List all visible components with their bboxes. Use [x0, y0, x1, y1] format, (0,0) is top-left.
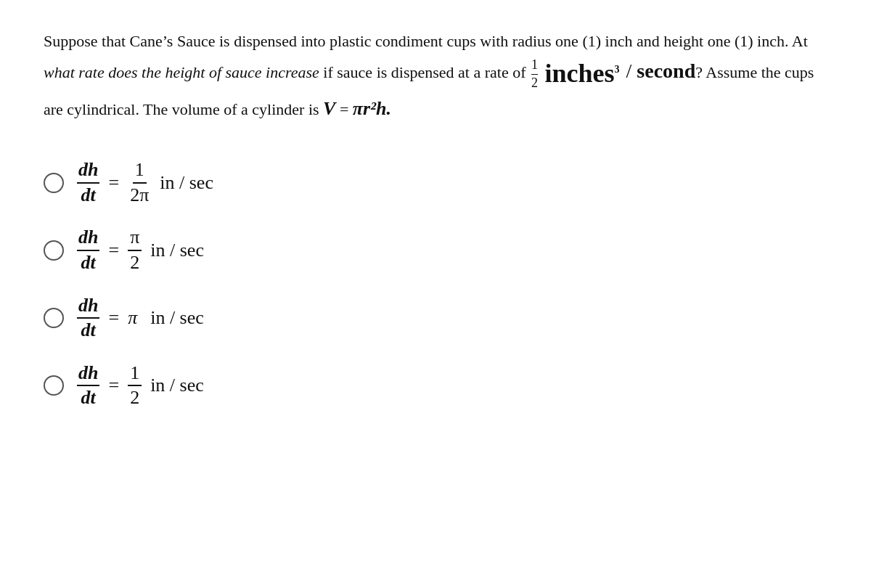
option-d-row: dh dt = 1 2 in / sec	[44, 356, 827, 416]
option-b-expr: dh dt = π 2 in / sec	[77, 227, 204, 273]
option-a-expr: dh dt = 1 2π in / sec	[77, 160, 213, 205]
problem-statement: Suppose that Cane’s Sauce is dispensed i…	[44, 29, 827, 123]
rate-numerator: 1	[531, 57, 538, 75]
option-c-lhs: dh dt	[77, 295, 99, 341]
option-c-row: dh dt = π in / sec	[44, 288, 827, 348]
second-text: second	[637, 60, 695, 82]
option-c-expr: dh dt = π in / sec	[77, 295, 204, 341]
volume-V: V	[323, 98, 335, 119]
option-b-row: dh dt = π 2 in / sec	[44, 220, 827, 280]
option-b-equals: =	[108, 240, 119, 261]
option-a-lhs-top: dh	[77, 160, 99, 184]
option-b-lhs-top: dh	[77, 227, 99, 251]
option-d-lhs-bot: dt	[80, 386, 97, 409]
volume-formula: πr²h.	[353, 98, 391, 119]
option-d-insec: in / sec	[150, 375, 204, 396]
option-c-radio[interactable]	[44, 308, 64, 328]
option-d-rhs: 1 2	[128, 363, 142, 409]
intro-text: Suppose that Cane’s Sauce is dispensed i…	[44, 32, 808, 50]
option-b-radio[interactable]	[44, 240, 64, 261]
option-c-rhs-pi: π	[128, 307, 137, 329]
option-d-equals: =	[108, 375, 119, 396]
rate-denominator: 2	[531, 75, 538, 91]
page: Suppose that Cane’s Sauce is dispensed i…	[0, 0, 871, 445]
option-a-row: dh dt = 1 2π in / sec	[44, 152, 827, 213]
option-a-radio[interactable]	[44, 173, 64, 193]
option-c-lhs-bot: dt	[80, 319, 97, 341]
volume-equals: =	[335, 100, 352, 118]
after-italic-text: if sauce is dispensed at a rate of	[319, 63, 526, 81]
answer-options: dh dt = 1 2π in / sec dh dt =	[44, 152, 827, 416]
option-c-equals: =	[108, 307, 119, 329]
option-d-lhs: dh dt	[77, 363, 99, 409]
option-d-rhs-bot: 2	[128, 386, 142, 409]
option-b-rhs-top: π	[128, 227, 142, 251]
option-d-lhs-top: dh	[77, 363, 99, 387]
option-a-rhs-top: 1	[133, 160, 147, 184]
option-a-equals: =	[108, 172, 119, 194]
option-a-insec: in / sec	[160, 172, 213, 194]
cubic-exponent: 3	[615, 64, 620, 75]
option-a-rhs: 1 2π	[128, 160, 151, 205]
option-c-lhs-top: dh	[77, 295, 99, 319]
option-d-radio[interactable]	[44, 375, 64, 396]
italic-question: what rate does the height of sauce incre…	[44, 63, 319, 81]
option-a-lhs: dh dt	[77, 160, 99, 205]
option-c-insec: in / sec	[150, 307, 204, 329]
option-b-lhs-bot: dt	[80, 251, 97, 274]
option-b-lhs: dh dt	[77, 227, 99, 273]
option-a-rhs-bot: 2π	[128, 184, 151, 206]
inches-text: inches3	[545, 59, 620, 88]
option-b-insec: in / sec	[150, 240, 204, 261]
option-d-expr: dh dt = 1 2 in / sec	[77, 363, 204, 409]
option-b-rhs: π 2	[128, 227, 142, 273]
rate-fraction: 1 2	[531, 57, 538, 91]
option-a-lhs-bot: dt	[80, 184, 97, 206]
option-b-rhs-bot: 2	[128, 251, 142, 274]
option-d-rhs-top: 1	[128, 363, 142, 387]
slash-text: /	[621, 60, 637, 82]
